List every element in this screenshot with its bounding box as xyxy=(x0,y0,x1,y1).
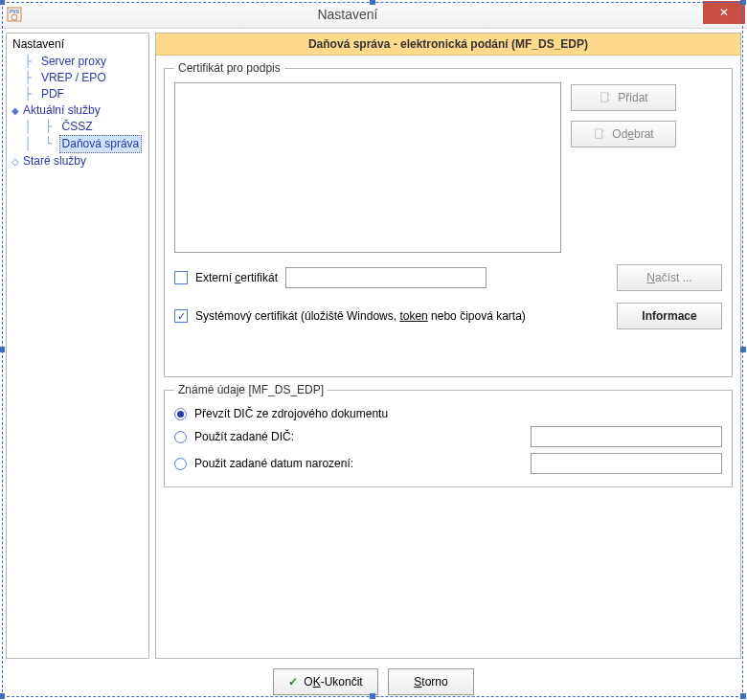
selection-handle xyxy=(740,693,746,699)
dialog-body: Nastavení ├ Server proxy ├ VREP / EPO ├ … xyxy=(0,29,747,663)
ok-button[interactable]: OK-Ukončit xyxy=(273,668,378,695)
system-cert-label: Systémový certifikát (úložiště Windows, … xyxy=(195,309,526,323)
tree-item-label: Staré služby xyxy=(20,153,89,169)
svg-point-2 xyxy=(11,14,17,20)
tree-item-label: Server proxy xyxy=(38,54,109,70)
tree-collapse-icon[interactable]: ◇ xyxy=(11,153,20,169)
system-cert-checkbox[interactable]: ✓ xyxy=(174,309,188,323)
selection-handle xyxy=(0,693,5,699)
external-cert-input[interactable] xyxy=(285,267,487,288)
info-button-label: Informace xyxy=(642,309,696,323)
tree-item-danova-sprava[interactable]: │ └ Daňová správa xyxy=(9,135,148,153)
load-button[interactable]: Načíst ... xyxy=(617,264,722,291)
tree-item-stare-sluzby[interactable]: ◇ Staré služby xyxy=(9,153,148,169)
tree-panel: Nastavení ├ Server proxy ├ VREP / EPO ├ … xyxy=(6,33,149,659)
external-cert-label: Externí certifikát xyxy=(195,271,278,284)
info-button[interactable]: Informace xyxy=(617,303,722,329)
tree-root[interactable]: Nastavení xyxy=(9,35,148,54)
tree-item-pdf[interactable]: ├ PDF xyxy=(9,86,148,102)
dob-input[interactable] xyxy=(531,453,722,474)
certificate-group-label: Certifikát pro podpis xyxy=(174,61,284,75)
document-plus-icon: + xyxy=(599,91,612,104)
radio-source-dic-label: Převzít DIČ ze zdrojového dokumentu xyxy=(194,407,388,420)
close-button[interactable]: ✕ xyxy=(703,1,745,24)
cancel-button-label: Storno xyxy=(414,675,447,689)
ok-button-label: OK-Ukončit xyxy=(304,675,362,689)
check-icon xyxy=(288,675,298,689)
document-minus-icon: − xyxy=(593,127,606,141)
selection-handle xyxy=(370,693,375,699)
window-title: Nastavení xyxy=(31,7,665,22)
app-icon: PVS xyxy=(6,6,23,23)
known-data-groupbox: Známé údaje [MF_DS_EDP] Převzít DIČ ze z… xyxy=(164,383,733,487)
selection-handle xyxy=(0,0,5,5)
tree-item-label: Aktuální služby xyxy=(20,102,103,119)
svg-text:+: + xyxy=(606,97,610,103)
tree-item-vrep-epo[interactable]: ├ VREP / EPO xyxy=(9,70,148,86)
tree-item-label: PDF xyxy=(38,86,67,102)
add-button[interactable]: + Přidat xyxy=(571,84,676,111)
external-cert-checkbox[interactable] xyxy=(174,271,188,284)
svg-text:PVS: PVS xyxy=(10,9,20,14)
radio-row-use-dob[interactable]: Použit zadané datum narození: xyxy=(174,450,722,477)
tree-item-label: VREP / EPO xyxy=(38,70,109,86)
selection-handle xyxy=(370,0,375,5)
add-button-label: Přidat xyxy=(618,91,647,104)
radio-use-dic-label: Použít zadané DIČ: xyxy=(194,430,415,443)
svg-text:−: − xyxy=(600,133,604,140)
radio-row-use-dic[interactable]: Použít zadané DIČ: xyxy=(174,423,722,450)
panel-header: Daňová správa - elektronická podání (MF_… xyxy=(156,34,740,56)
selection-handle xyxy=(740,347,746,352)
tree-root-label: Nastavení xyxy=(11,35,66,54)
tree-item-cssz[interactable]: │ ├ ČSSZ xyxy=(9,119,148,135)
content-area: Certifikát pro podpis + Přidat − xyxy=(156,56,740,658)
remove-button[interactable]: − Odebrat xyxy=(571,121,676,147)
tree-item-server-proxy[interactable]: ├ Server proxy xyxy=(9,54,148,70)
known-data-group-label: Známé údaje [MF_DS_EDP] xyxy=(174,383,328,396)
tree-item-aktualni-sluzby[interactable]: ◆ Aktuální služby xyxy=(9,102,148,119)
load-button-label: Načíst ... xyxy=(646,271,691,284)
certificate-groupbox: Certifikát pro podpis + Přidat − xyxy=(164,61,733,377)
tree-item-label: Daňová správa xyxy=(59,135,143,153)
tree-expand-icon[interactable]: ◆ xyxy=(11,102,20,119)
radio-use-dob-label: Použit zadané datum narození: xyxy=(194,457,415,470)
remove-button-label: Odebrat xyxy=(612,127,653,141)
cancel-button[interactable]: Storno xyxy=(388,668,474,695)
radio-row-source-dic[interactable]: Převzít DIČ ze zdrojového dokumentu xyxy=(174,404,722,423)
radio-source-dic[interactable] xyxy=(174,408,187,420)
dic-input[interactable] xyxy=(531,426,722,447)
radio-use-dob[interactable] xyxy=(174,458,187,470)
radio-use-dic[interactable] xyxy=(174,431,187,443)
close-icon: ✕ xyxy=(719,6,729,19)
certificate-listbox[interactable] xyxy=(174,82,561,253)
selection-handle xyxy=(740,0,746,5)
tree-item-label: ČSSZ xyxy=(59,119,96,135)
selection-handle xyxy=(0,347,5,352)
right-panel: Daňová správa - elektronická podání (MF_… xyxy=(155,33,741,659)
